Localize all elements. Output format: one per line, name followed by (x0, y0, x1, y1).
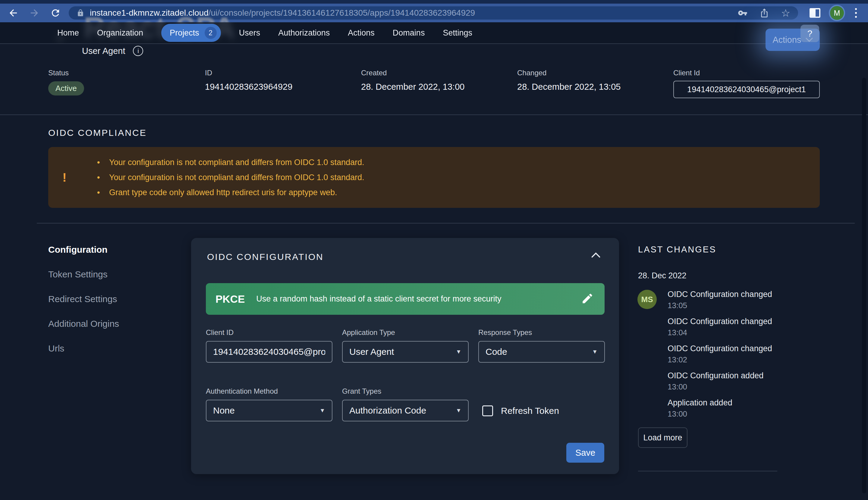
change-entry: OIDC Configuration changed 13:04 (668, 317, 772, 337)
warning-item: Your configuration is not compliant and … (97, 155, 364, 170)
bookmark-star-icon[interactable]: ☆ (781, 8, 790, 18)
pkce-banner: PKCE Use a random hash instead of a stat… (206, 283, 604, 315)
response-types-select[interactable]: Code ▼ (478, 341, 605, 363)
client-id-input[interactable]: 194140283624030465@project1 (206, 341, 332, 363)
changed-column: Changed 28. December 2022, 13:05 (517, 69, 621, 92)
authentication-method-select[interactable]: None ▼ (206, 400, 332, 421)
card-title: OIDC CONFIGURATION (207, 252, 324, 262)
pkce-description: Use a random hash instead of a static cl… (256, 294, 581, 304)
nav-item-home[interactable]: Home (57, 28, 79, 38)
browser-forward-icon[interactable] (28, 6, 41, 20)
padlock-icon (77, 9, 85, 17)
edit-pencil-icon[interactable] (581, 292, 594, 306)
subnav-item-configuration[interactable]: Configuration (48, 245, 119, 269)
nav-item-actions[interactable]: Actions (348, 28, 375, 38)
grant-types-select[interactable]: Authorization Code ▼ (342, 400, 469, 421)
grant-types-field: Grant Types Authorization Code ▼ (342, 387, 469, 421)
divider (638, 471, 777, 471)
client-id-chip[interactable]: 194140283624030465@project1 (673, 81, 820, 98)
created-label: Created (361, 69, 465, 77)
load-more-button[interactable]: Load more (638, 428, 688, 448)
save-button[interactable]: Save (566, 443, 604, 463)
nav-item-domains[interactable]: Domains (393, 28, 425, 38)
authentication-method-field: Authentication Method None ▼ (206, 387, 332, 421)
divider (0, 114, 868, 115)
status-column: Status Active (48, 69, 84, 95)
status-badge: Active (48, 81, 84, 95)
id-label: ID (205, 69, 292, 77)
nav-item-projects[interactable]: Projects 2 (161, 24, 221, 42)
collapse-chevron-icon[interactable] (591, 252, 600, 259)
response-types-field: Response Types Code ▼ (478, 328, 605, 363)
change-entry: OIDC Configuration changed 13:05 (668, 290, 772, 310)
console-nav: Home Organization Projects 2 Users Autho… (0, 22, 868, 44)
status-label: Status (48, 69, 84, 77)
side-panel-icon[interactable] (810, 8, 820, 18)
config-subnav: Configuration Token Settings Redirect Se… (48, 245, 119, 368)
url-path: /ui/console/projects/194136146127618305/… (209, 8, 475, 18)
chevron-down-icon: ▼ (456, 407, 461, 414)
compliance-warning-box: ! Your configuration is not compliant an… (48, 147, 820, 208)
client-id-field-label: Client ID (206, 328, 332, 337)
changes-date: 28. Dec 2022 (638, 271, 687, 281)
change-entry: OIDC Configuration changed 13:02 (668, 344, 772, 364)
divider (37, 223, 855, 224)
authentication-method-label: Authentication Method (206, 387, 332, 396)
pkce-title: PKCE (215, 293, 245, 305)
info-icon[interactable]: i (133, 46, 143, 56)
warning-icon: ! (58, 171, 70, 184)
browser-profile-avatar[interactable]: M (830, 6, 844, 20)
projects-count-badge: 2 (205, 27, 217, 39)
zitadel-console-page: instance1-dkmnzw.zitadel.cloud/ui/consol… (0, 0, 868, 500)
chevron-down-icon: ▼ (592, 349, 598, 355)
app-type-row: User Agent i (82, 46, 143, 56)
changes-list: OIDC Configuration changed 13:05 OIDC Co… (668, 290, 772, 425)
subnav-item-redirect-settings[interactable]: Redirect Settings (48, 294, 119, 319)
last-changes-title: LAST CHANGES (638, 245, 716, 254)
chevron-down-icon: ▼ (456, 349, 461, 355)
scrollbar-thumb[interactable] (862, 78, 866, 493)
browser-menu-icon[interactable] (855, 8, 857, 18)
created-value: 28. December 2022, 13:00 (361, 82, 465, 92)
nav-item-settings[interactable]: Settings (443, 28, 472, 38)
application-type-label: Application Type (342, 328, 469, 337)
warning-item: Grant type code only allowed http redire… (97, 185, 364, 200)
id-value: 194140283623964929 (205, 82, 292, 92)
browser-reload-icon[interactable] (49, 6, 62, 20)
browser-back-icon[interactable] (7, 6, 20, 20)
subnav-item-token-settings[interactable]: Token Settings (48, 269, 119, 294)
compliance-title: OIDC COMPLIANCE (48, 128, 147, 138)
client-id-column: Client Id 194140283624030465@project1 (673, 69, 820, 98)
id-column: ID 194140283623964929 (205, 69, 292, 92)
chevron-down-icon: ▼ (320, 407, 325, 414)
refresh-token-row: Refresh Token (482, 406, 559, 416)
share-icon[interactable] (759, 8, 769, 18)
help-button[interactable]: ? (801, 25, 819, 42)
change-entry: OIDC Configuration added 13:00 (668, 371, 772, 391)
refresh-token-checkbox[interactable] (482, 406, 493, 416)
nav-item-organization[interactable]: Organization (97, 28, 143, 38)
oidc-configuration-card: OIDC CONFIGURATION PKCE Use a random has… (191, 238, 619, 474)
changed-value: 28. December 2022, 13:05 (517, 82, 621, 92)
window-frame-strip (0, 0, 868, 4)
avatar: MS (637, 290, 657, 309)
subnav-item-additional-origins[interactable]: Additional Origins (48, 319, 119, 343)
application-type-field: Application Type User Agent ▼ (342, 328, 469, 363)
subnav-item-urls[interactable]: Urls (48, 343, 119, 368)
created-column: Created 28. December 2022, 13:00 (361, 69, 465, 92)
nav-item-users[interactable]: Users (239, 28, 260, 38)
refresh-token-label: Refresh Token (501, 406, 559, 416)
response-types-label: Response Types (478, 328, 605, 337)
warning-list: Your configuration is not compliant and … (97, 155, 364, 200)
client-id-field: Client ID 194140283624030465@project1 (206, 328, 332, 363)
nav-item-authorizations[interactable]: Authorizations (278, 28, 330, 38)
app-type-label: User Agent (82, 46, 125, 56)
application-type-select[interactable]: User Agent ▼ (342, 341, 469, 363)
grant-types-label: Grant Types (342, 387, 469, 396)
warning-item: Your configuration is not compliant and … (97, 170, 364, 185)
changed-label: Changed (517, 69, 621, 77)
change-entry: Application added 13:00 (668, 398, 772, 419)
client-id-label: Client Id (673, 69, 820, 77)
password-key-icon[interactable] (738, 8, 747, 18)
